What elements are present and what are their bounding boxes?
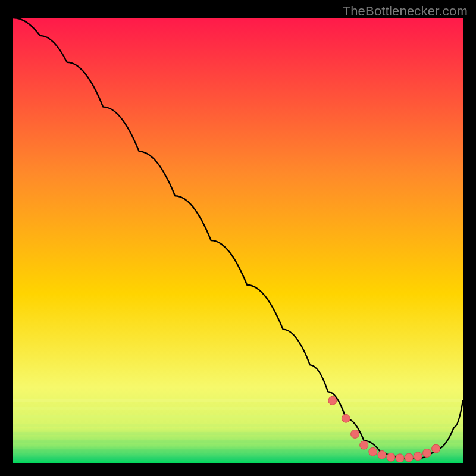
svg-rect-1 bbox=[13, 407, 463, 410]
plot-area bbox=[13, 18, 463, 463]
marker-dot bbox=[369, 447, 377, 456]
marker-dot bbox=[396, 454, 404, 462]
marker-dot bbox=[432, 444, 440, 453]
svg-rect-5 bbox=[13, 440, 463, 443]
marker-dot bbox=[378, 451, 386, 459]
chart-stage: TheBottlenecker.com bbox=[0, 0, 476, 476]
chart-svg bbox=[13, 18, 463, 463]
gradient-background bbox=[13, 18, 463, 463]
svg-rect-7 bbox=[13, 457, 463, 461]
svg-rect-3 bbox=[13, 424, 463, 427]
svg-rect-2 bbox=[13, 415, 463, 418]
marker-dot bbox=[360, 441, 368, 449]
marker-dot bbox=[342, 414, 350, 422]
svg-rect-0 bbox=[13, 399, 463, 402]
marker-dot bbox=[405, 453, 413, 462]
marker-dot bbox=[414, 452, 422, 461]
svg-rect-4 bbox=[13, 432, 463, 435]
marker-dot bbox=[387, 453, 395, 461]
watermark-text: TheBottlenecker.com bbox=[343, 4, 468, 19]
marker-dot bbox=[351, 430, 359, 438]
marker-dot bbox=[328, 396, 337, 405]
svg-rect-6 bbox=[13, 449, 463, 452]
marker-dot bbox=[423, 449, 431, 458]
